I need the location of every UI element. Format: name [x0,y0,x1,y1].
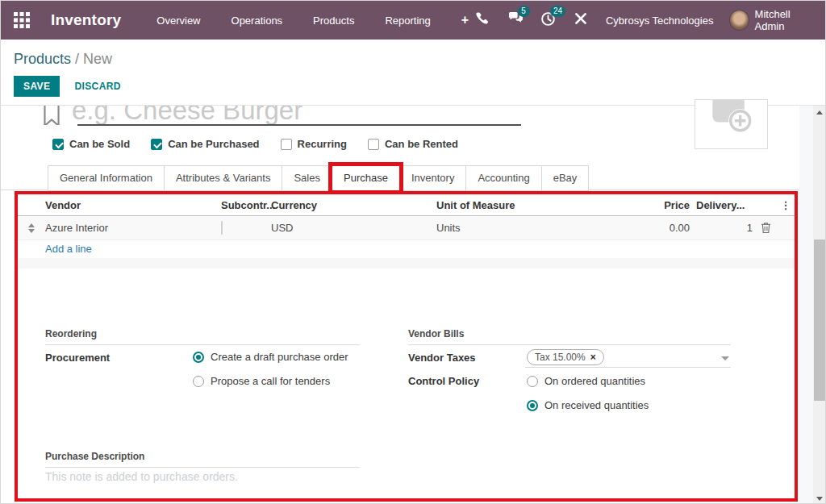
tab-accounting[interactable]: Accounting [465,165,541,191]
messages-badge: 5 [518,6,530,17]
company-name[interactable]: Cybrosys Technologies [606,15,713,27]
activities-badge: 24 [550,6,565,17]
checkbox-unchecked-icon [281,139,292,150]
control-policy-label: Control Policy [408,375,479,387]
checkbox-can-be-purchased[interactable]: Can be Purchased [151,138,259,150]
col-header-currency[interactable]: Currency [271,199,436,211]
radio-unselected-icon [193,376,204,387]
save-button[interactable]: SAVE [14,76,60,97]
breadcrumb-current: New [83,51,112,67]
breadcrumb-products[interactable]: Products [14,51,71,67]
col-header-delivery[interactable]: Delivery... [690,199,754,211]
col-header-vendor[interactable]: Vendor [45,199,221,211]
purchase-description-input[interactable] [45,470,481,489]
activities-clock-icon[interactable]: 24 [540,11,557,29]
tab-purchase[interactable]: Purchase [332,165,400,191]
drag-handle-icon[interactable] [28,223,35,233]
tab-inventory[interactable]: Inventory [399,165,466,191]
scrollbar-thumb[interactable] [814,240,826,401]
cell-uom[interactable]: Units [436,222,633,234]
vertical-scrollbar[interactable] [813,106,826,504]
vendor-bills-title: Vendor Bills [408,328,731,345]
radio-create-draft-po[interactable]: Create a draft purchase order [193,351,348,363]
tab-ebay[interactable]: eBay [541,165,590,191]
caret-down-icon[interactable] [721,356,729,360]
sheet-right-edge [799,106,813,504]
tab-attributes-variants[interactable]: Attributes & Variants [164,165,283,191]
cell-delivery-lead-time[interactable]: 1 [690,222,754,234]
reordering-group: Reordering [45,328,360,345]
remove-tag-icon[interactable]: × [590,352,596,362]
radio-on-received[interactable]: On received quantities [527,399,649,411]
product-name-input[interactable] [72,106,514,125]
table-stripe [18,258,795,269]
taxes-field-underline [525,367,731,368]
product-name-row [41,106,525,125]
checkbox-recurring[interactable]: Recurring [281,138,347,150]
top-navbar: Inventory Overview Operations Products R… [1,1,826,40]
tax-tag[interactable]: Tax 15.00% × [527,349,604,365]
app-window: Inventory Overview Operations Products R… [0,0,826,504]
col-header-subcontracted[interactable]: Subcontr... [221,199,271,211]
messages-icon[interactable]: 5 [508,11,524,29]
radio-on-ordered[interactable]: On ordered quantities [527,375,645,387]
checkbox-can-be-sold[interactable]: Can be Sold [52,138,130,150]
radio-selected-icon [193,352,204,363]
add-a-line-link[interactable]: Add a line [45,243,92,255]
scroll-down-icon[interactable] [816,497,823,501]
form-tabs: General Information Attributes & Variant… [48,165,589,191]
apps-grid-icon[interactable] [14,12,30,28]
tab-sales[interactable]: Sales [282,165,332,191]
breadcrumb-separator: / [75,51,79,67]
product-name-underline [77,124,521,126]
discard-button[interactable]: DISCARD [74,81,120,92]
menu-reporting[interactable]: Reporting [378,10,436,31]
radio-selected-icon [527,400,538,411]
procurement-label: Procurement [45,352,110,364]
radio-propose-tenders[interactable]: Propose a call for tenders [193,375,330,387]
cell-currency[interactable]: USD [271,222,436,234]
vendor-bills-group: Vendor Bills [408,328,731,345]
vendor-taxes-label: Vendor Taxes [408,352,476,364]
purchase-description-title: Purchase Description [45,451,360,468]
radio-unselected-icon [527,376,538,387]
tab-general-information[interactable]: General Information [48,165,165,191]
table-header-row: Vendor Subcontr... Currency Unit of Meas… [18,194,795,216]
phone-icon[interactable] [475,11,491,29]
col-header-price[interactable]: Price [633,199,690,211]
app-title[interactable]: Inventory [51,11,121,29]
user-menu[interactable]: Mitchell Admin [729,8,817,32]
table-row[interactable]: Azure Interior USD Units 0.00 1 [18,216,795,240]
form-sheet: Can be Sold Can be Purchased Recurring C… [1,106,826,504]
subcontracted-checkbox-disabled [221,221,223,235]
menu-products[interactable]: Products [307,10,361,31]
reordering-title: Reordering [45,328,360,345]
tools-icon[interactable] [574,11,590,29]
menu-overview[interactable]: Overview [150,10,206,31]
control-panel: Products / New SAVE DISCARD [1,40,826,106]
col-header-uom[interactable]: Unit of Measure [436,199,633,211]
nav-plus-button[interactable]: + [455,10,475,31]
purchase-description-group: Purchase Description [45,451,360,468]
checkbox-checked-icon [151,139,162,150]
checkbox-checked-icon [52,139,64,150]
menu-operations[interactable]: Operations [225,10,290,31]
breadcrumb: Products / New [1,40,826,68]
trash-icon [761,222,771,234]
vendor-lines-table: Vendor Subcontr... Currency Unit of Meas… [18,194,795,240]
delete-row-button[interactable] [754,222,777,234]
photo-plus-icon [695,100,767,148]
checkbox-can-be-rented[interactable]: Can be Rented [368,138,458,150]
capability-checkboxes: Can be Sold Can be Purchased Recurring C… [52,138,458,150]
column-options-icon[interactable]: ⋮ [777,199,795,211]
cell-vendor[interactable]: Azure Interior [45,222,221,234]
cell-price[interactable]: 0.00 [633,222,690,234]
scroll-up-icon[interactable] [816,110,823,115]
favorite-bookmark-icon[interactable] [41,106,65,125]
user-avatar [729,10,749,31]
checkbox-unchecked-icon [368,139,379,150]
product-image-upload[interactable] [695,99,768,149]
user-name: Mitchell Admin [755,8,817,32]
